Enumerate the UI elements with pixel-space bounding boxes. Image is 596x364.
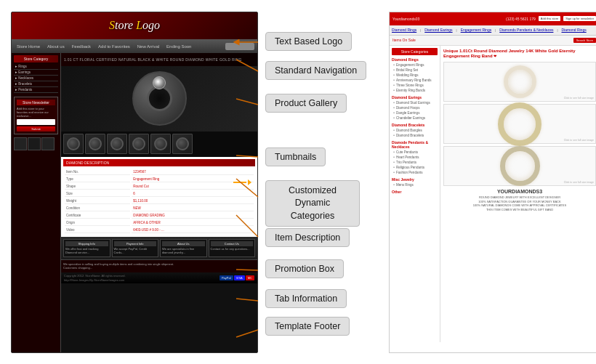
- preview-product-name: YOURDIAMONDS3: [443, 189, 596, 194]
- sidebar-item: ▸ Rings: [14, 64, 58, 70]
- preview-cat-diamond-rings: Diamond Rings: [392, 57, 438, 62]
- preview-cat-diamond-earrings: Diamond Earings: [392, 95, 438, 100]
- mockup-footer: Copyright 2012. StoreName. All rights re…: [61, 272, 257, 283]
- nav-new: New Arrival: [135, 44, 161, 49]
- label-customized-dynamic: Customized Dynamic Categories: [265, 180, 360, 227]
- label-product-gallery: Product Gallery: [265, 94, 347, 113]
- payment-area: PayPal VISA MC: [220, 275, 254, 280]
- preview-nav-pendants[interactable]: Diamonds Pendants & Necklaces: [499, 28, 553, 32]
- tab-info: We specialize in selling and buying mult…: [61, 259, 257, 272]
- sidebar-item: ▸ Bracelets: [14, 81, 58, 87]
- preview-nav-engagement[interactable]: Engagement Rings: [461, 28, 492, 32]
- mockup-header: Store Logo: [12, 12, 257, 40]
- preview-search-bar: Items On Sale Search Store: [390, 36, 596, 46]
- preview-top-bar: Yourdiamonds03 (123) 45 5621 179 Add thi…: [390, 12, 596, 25]
- preview-sign-up[interactable]: Sign up for newsletter: [563, 16, 596, 21]
- preview-cat-item: Chandelier Earrings: [392, 116, 438, 121]
- preview-cat-item: Heart Pendants: [392, 155, 438, 160]
- thumbnails-row: [61, 132, 257, 157]
- desc-table: Item No.1234567 TypeEngagement Ring Shap…: [63, 168, 255, 235]
- ring-gem: [153, 76, 166, 89]
- label-thumbnails: Tumbnails: [265, 147, 326, 166]
- preview-nav-diamond-earings[interactable]: Diamond Earings: [424, 28, 452, 32]
- label-text-based-logo: Text Based Logo: [265, 32, 352, 51]
- label-tag-footer: Template Footer: [265, 317, 350, 336]
- thumb-5[interactable]: [150, 134, 171, 154]
- nav-feedback: Feedback: [70, 44, 93, 49]
- preview-product-desc-below: YOURDIAMONDS3 ROUND DIAMOND JEWELRY WITH…: [443, 189, 596, 211]
- label-tab-information: Tab Information: [265, 289, 347, 308]
- preview-cat-item: Eternity Ring Bands: [392, 88, 438, 93]
- preview-ring-img-2: Click to see full size image: [443, 104, 596, 144]
- thumb-1[interactable]: [63, 134, 84, 154]
- mockup-main-content: 1.01 CT FLORAL CERTIFIED NATURAL BLACK &…: [61, 53, 257, 352]
- labels-panel: Text Based Logo Standard Navigation Prod…: [258, 12, 389, 353]
- preview-breadcrumb: Items On Sale: [392, 38, 416, 42]
- label-tag-promo: Promotion Box: [265, 259, 344, 278]
- newsletter-button[interactable]: Submit: [17, 126, 55, 132]
- preview-cat-item: Bridal Ring Set: [392, 68, 438, 73]
- label-tag-item-desc: Item Description: [265, 228, 350, 247]
- paypal-badge: PayPal: [220, 275, 233, 280]
- label-tag-nav: Standard Navigation: [265, 61, 366, 80]
- thumb-4[interactable]: [129, 134, 149, 154]
- label-template-footer: Template Footer: [265, 317, 350, 336]
- preview-cat-item: Trio Pendants: [392, 160, 438, 165]
- preview-ring-images: Click to see full size image Click to se…: [443, 62, 596, 186]
- footer-url: http://Store-Images-By-StoreNameImages.c…: [64, 278, 126, 282]
- sidebar-category-title: Store Category: [14, 55, 58, 62]
- preview-cat-bracelets: Diamond Bracelets: [392, 123, 438, 127]
- nav-about: About us: [45, 44, 67, 49]
- preview-desc-text-4: THIS ITEM COMES WITH BEAUTIFUL GIFT BAND: [443, 208, 596, 212]
- preview-nav-bar: Diamond Rings | Diamond Earings | Engage…: [390, 25, 596, 36]
- preview-ring-img-1: Click to see full size image: [443, 62, 596, 102]
- product-title-text: Unique 1.01Ct Round Diamond Jewelry 14K …: [443, 49, 576, 59]
- preview-cat-other: Other: [392, 190, 438, 194]
- sidebar-item: ▸ Necklaces: [14, 76, 58, 81]
- promo-title-contact: Contact Us: [211, 241, 254, 246]
- img-caption-2: Click to see full size image: [564, 139, 594, 142]
- promotion-section: Shipping Info We offer fast and tracking…: [61, 237, 257, 259]
- preview-cat-item: Three Stone Rings: [392, 83, 438, 88]
- website-mockup: Store Logo Store Home About us Feedback …: [11, 12, 258, 353]
- mockup-sidebar: Store Category ▸ Rings ▸ Earrings ▸ Neck…: [12, 53, 61, 352]
- nav-store-home: Store Home: [15, 44, 42, 49]
- newsletter-text: Add this store to your favorites and rec…: [17, 107, 55, 118]
- mc-badge: MC: [246, 275, 254, 280]
- thumb-3[interactable]: [107, 134, 127, 154]
- preview-search-button[interactable]: Search Store: [573, 38, 596, 43]
- footer-copyright: Copyright 2012. StoreName. All rights re…: [64, 274, 126, 278]
- preview-add-to-cart[interactable]: Add this store: [539, 16, 560, 21]
- promo-title-payment: Payment Info: [114, 241, 157, 246]
- preview-ring-img-3: Click to see full size image: [443, 146, 596, 186]
- newsletter-input: [17, 119, 55, 125]
- preview-cat-item: Diamond Stud Earrings: [392, 100, 438, 105]
- product-banner-text: 1.01 CT FLORAL CERTIFIED NATURAL BLACK &…: [64, 57, 242, 62]
- preview-nav-diamond-rings[interactable]: Diamond Rings: [392, 28, 416, 32]
- preview-store-categories: Store Categories: [392, 48, 438, 55]
- desc-title: DIAMOND DESCRIPTION: [63, 159, 255, 166]
- preview-cat-item: Engagement Rings: [392, 62, 438, 68]
- preview-store-url: Yourdiamonds03: [392, 17, 419, 21]
- nav-ending: Ending Soon: [164, 44, 193, 49]
- thumb-6[interactable]: [172, 134, 193, 154]
- label-promotion-box: Promotion Box: [265, 259, 344, 278]
- preview-product-main: Unique 1.01Ct Round Diamond Jewelry 14K …: [440, 46, 596, 342]
- preview-nav-rings2[interactable]: Diamond Rings: [561, 28, 586, 32]
- main-container: Store Logo Store Home About us Feedback …: [0, 0, 596, 364]
- customized-text: Customized Dynamic Categories: [289, 185, 337, 221]
- preview-product-title: Unique 1.01Ct Round Diamond Jewelry 14K …: [443, 49, 596, 60]
- preview-cat-item: Fashion Pendants: [392, 170, 438, 175]
- visa-badge: VISA: [234, 275, 245, 280]
- preview-cat-item: Religious Pendants: [392, 165, 438, 170]
- label-item-description: Item Description: [265, 228, 350, 247]
- promo-title-shipping: Shipping Info: [65, 241, 108, 246]
- thumb-2[interactable]: [85, 134, 105, 154]
- preview-cat-item: Diamond Bracelets: [392, 133, 438, 138]
- product-page-preview: Yourdiamonds03 (123) 45 5621 179 Add thi…: [389, 12, 596, 353]
- promo-title-about: About Us: [162, 241, 205, 246]
- preview-phone: (123) 45 5621 179: [506, 17, 536, 21]
- product-description: DIAMOND DESCRIPTION Item No.1234567 Type…: [61, 157, 257, 237]
- label-tag-tab: Tab Information: [265, 289, 347, 308]
- mockup-logo: Store Logo: [109, 19, 160, 32]
